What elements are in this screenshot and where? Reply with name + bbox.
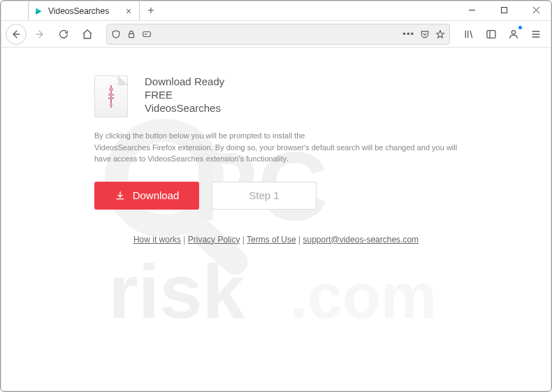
- svg-point-4: [511, 30, 515, 34]
- file-icon: [94, 75, 128, 117]
- library-icon[interactable]: [458, 24, 479, 45]
- tab-close-icon[interactable]: ×: [124, 6, 133, 16]
- back-button[interactable]: [6, 24, 27, 45]
- lock-icon[interactable]: [126, 29, 136, 39]
- minimize-button[interactable]: [456, 0, 488, 20]
- svg-rect-13: [108, 94, 114, 96]
- menu-icon[interactable]: [525, 24, 546, 45]
- svg-point-12: [109, 87, 113, 92]
- browser-toolbar: •••: [0, 21, 552, 48]
- svg-rect-1: [129, 34, 134, 37]
- new-tab-button[interactable]: +: [143, 2, 159, 19]
- how-it-works-link[interactable]: How it works: [133, 235, 181, 245]
- url-bar[interactable]: •••: [106, 24, 450, 45]
- permissions-icon[interactable]: [142, 29, 152, 39]
- page-actions-icon[interactable]: •••: [402, 29, 414, 39]
- tab-favicon-icon: [34, 6, 44, 16]
- hero-line-1: Download Ready: [145, 75, 224, 87]
- browser-tab[interactable]: VideosSearches ×: [28, 1, 140, 20]
- svg-rect-0: [501, 7, 507, 13]
- svg-rect-3: [487, 30, 495, 38]
- hero-line-3: VideosSearches: [145, 102, 224, 114]
- home-button[interactable]: [77, 24, 98, 45]
- terms-of-use-link[interactable]: Terms of Use: [247, 235, 296, 245]
- svg-text:risk: risk: [108, 248, 246, 334]
- download-button-label: Download: [133, 189, 180, 201]
- shield-icon[interactable]: [111, 29, 121, 39]
- close-window-button[interactable]: [520, 0, 552, 20]
- tab-strip: VideosSearches × +: [0, 0, 456, 20]
- bookmark-star-icon[interactable]: [435, 29, 445, 39]
- notification-dot-icon: [518, 25, 523, 30]
- hero-line-2: FREE: [145, 89, 224, 101]
- hero-text: Download Ready FREE VideosSearches: [145, 75, 224, 117]
- page-content: PC risk .com Download Read: [0, 48, 552, 392]
- reload-button[interactable]: [53, 24, 74, 45]
- profile-icon[interactable]: [503, 24, 524, 45]
- svg-point-15: [110, 103, 112, 106]
- window-controls: [456, 0, 552, 20]
- step1-button[interactable]: Step 1: [212, 182, 317, 210]
- support-email-link[interactable]: support@videos-searches.com: [303, 235, 419, 245]
- maximize-button[interactable]: [488, 0, 520, 20]
- sidebar-icon[interactable]: [481, 24, 502, 45]
- privacy-policy-link[interactable]: Privacy Policy: [188, 235, 240, 245]
- button-row: Download Step 1: [94, 182, 458, 210]
- toolbar-right-icons: [458, 24, 546, 45]
- svg-text:.com: .com: [290, 261, 437, 331]
- download-button[interactable]: Download: [94, 182, 199, 210]
- disclaimer-text: By clicking the button below you will be…: [94, 130, 458, 165]
- svg-rect-14: [108, 97, 114, 99]
- download-icon: [115, 190, 126, 201]
- hero-section: Download Ready FREE VideosSearches: [94, 75, 458, 117]
- step1-button-label: Step 1: [249, 189, 279, 201]
- window-titlebar: VideosSearches × +: [0, 0, 552, 21]
- pocket-icon[interactable]: [420, 29, 430, 39]
- footer-links: How it works | Privacy Policy | Terms of…: [94, 235, 458, 245]
- tab-title: VideosSearches: [48, 6, 119, 16]
- forward-button[interactable]: [29, 24, 50, 45]
